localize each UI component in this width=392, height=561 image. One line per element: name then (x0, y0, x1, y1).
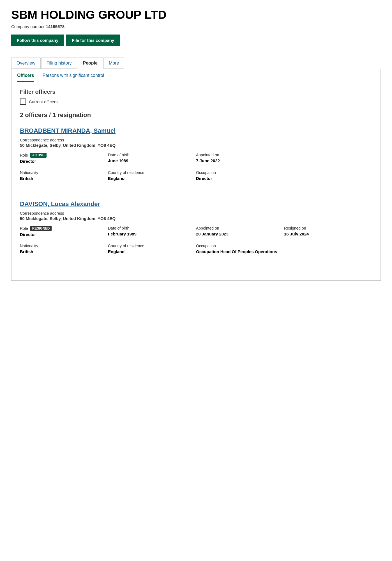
officer-2-nationality-label: Nationality (20, 244, 102, 248)
officer-1-appointed-label: Appointed on (196, 153, 278, 157)
officers-count: 2 officers / 1 resignation (20, 111, 372, 119)
officer-1-residence-cell: Country of residence England (108, 170, 196, 181)
main-panel: Officers Persons with significant contro… (11, 69, 381, 281)
officer-2-resigned-label: Resigned on (284, 226, 366, 230)
officer-1-occupation-label: Occupation (196, 170, 278, 175)
current-officers-label: Current officers (29, 99, 57, 104)
officer-2-dob-cell: Date of birth February 1989 (108, 226, 196, 237)
officer-2-residence-cell: Country of residence England (108, 244, 196, 254)
officer-2-resigned-cell: Resigned on 16 July 2024 (284, 226, 372, 237)
officer-2-badge: RESIGNED (30, 226, 52, 231)
tab-overview[interactable]: Overview (11, 58, 41, 69)
officer-card-2: DAVISON, Lucas Alexander Correspondence … (20, 200, 372, 262)
officer-1-residence-label: Country of residence (108, 170, 190, 175)
officer-1-dob-cell: Date of birth June 1989 (108, 153, 196, 164)
officer-1-occupation-value: Director (196, 176, 278, 181)
follow-button[interactable]: Follow this company (11, 35, 64, 46)
officer-2-extra-grid: Nationality British Country of residence… (20, 244, 372, 254)
officer-1-residence-value: England (108, 176, 190, 181)
filter-title: Filter officers (20, 89, 372, 95)
officer-1-appointed-value: 7 June 2022 (196, 158, 278, 163)
officer-2-nationality-cell: Nationality British (20, 244, 108, 254)
officer-2-name[interactable]: DAVISON, Lucas Alexander (20, 200, 100, 208)
filter-section: Filter officers Current officers (20, 89, 372, 105)
officer-1-nationality-cell: Nationality British (20, 170, 108, 181)
officer-1-role-cell: Role ACTIVE Director (20, 153, 108, 164)
officer-1-role-label: Role ACTIVE (20, 153, 102, 158)
tab-people[interactable]: People (78, 58, 103, 69)
tab-more[interactable]: More (103, 58, 124, 69)
officer-1-nationality-value: British (20, 176, 102, 181)
officer-1-extra-grid: Nationality British Country of residence… (20, 170, 372, 181)
main-nav: Overview Filing history People More (11, 57, 381, 69)
officer-1-resigned-cell (284, 153, 372, 164)
officer-1-address: 50 Micklegate, Selby, United Kingdom, YO… (20, 143, 372, 148)
current-officers-filter: Current officers (20, 99, 372, 105)
officer-1-dob-label: Date of birth (108, 153, 190, 157)
officer-2-dob-value: February 1989 (108, 232, 190, 236)
officer-2-role-value: Director (20, 232, 102, 237)
officer-2-occupation-value: Occupation Head Of Peoples Operations (196, 249, 278, 254)
officer-1-appointed-cell: Appointed on 7 June 2022 (196, 153, 284, 164)
sub-tab-psc[interactable]: Persons with significant control (42, 69, 104, 82)
file-button[interactable]: File for this company (66, 35, 120, 46)
officer-1-occupation-cell: Occupation Director (196, 170, 284, 181)
officer-2-address: 50 Micklegate, Selby, United Kingdom, YO… (20, 216, 372, 221)
officer-1-dob-value: June 1989 (108, 158, 190, 163)
panel-content: Filter officers Current officers 2 offic… (11, 82, 381, 280)
officer-2-residence-value: England (108, 249, 190, 254)
officer-2-resigned-value: 16 July 2024 (284, 232, 366, 236)
officer-2-corr-label: Correspondence address (20, 211, 372, 216)
officer-1-corr-label: Correspondence address (20, 138, 372, 142)
action-buttons: Follow this company File for this compan… (11, 35, 381, 46)
officer-2-appointed-value: 20 January 2023 (196, 232, 278, 236)
officer-2-role-label: Role RESIGNED (20, 226, 102, 231)
officer-2-dob-label: Date of birth (108, 226, 190, 230)
officer-1-name[interactable]: BROADBENT MIRANDA, Samuel (20, 127, 116, 134)
officer-2-appointed-label: Appointed on (196, 226, 278, 230)
officer-2-appointed-cell: Appointed on 20 January 2023 (196, 226, 284, 237)
company-title: SBM HOLDING GROUP LTD (11, 8, 381, 21)
officer-2-residence-label: Country of residence (108, 244, 190, 248)
officer-1-nationality-label: Nationality (20, 170, 102, 175)
officer-1-role-value: Director (20, 159, 102, 164)
officer-2-occupation-cell: Occupation Occupation Head Of Peoples Op… (196, 244, 284, 254)
sub-tabs: Officers Persons with significant contro… (11, 69, 381, 82)
officer-1-badge: ACTIVE (30, 153, 47, 158)
officer-2-occupation-label: Occupation (196, 244, 278, 248)
sub-tab-officers[interactable]: Officers (17, 69, 34, 82)
officer-2-role-grid: Role RESIGNED Director Date of birth Feb… (20, 226, 372, 237)
tab-filing-history[interactable]: Filing history (41, 58, 77, 69)
officer-2-nationality-value: British (20, 249, 102, 254)
current-officers-checkbox[interactable] (20, 99, 26, 105)
company-number: Company number 14155578 (11, 24, 381, 29)
officer-card-1: BROADBENT MIRANDA, Samuel Correspondence… (20, 127, 372, 189)
officer-2-role-cell: Role RESIGNED Director (20, 226, 108, 237)
officer-1-role-grid: Role ACTIVE Director Date of birth June … (20, 153, 372, 164)
